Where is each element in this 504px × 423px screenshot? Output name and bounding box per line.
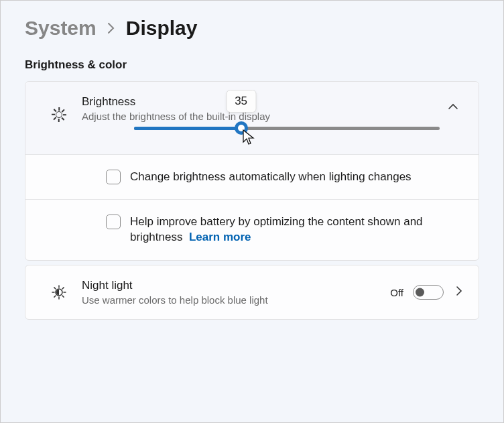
chevron-up-icon[interactable] bbox=[441, 94, 465, 110]
sun-icon bbox=[52, 107, 66, 122]
chevron-right-icon[interactable] bbox=[453, 286, 465, 299]
night-light-toggle[interactable] bbox=[413, 285, 444, 300]
section-heading-brightness-color: Brightness & color bbox=[25, 58, 479, 72]
optimize-brightness-text: Help improve battery by optimizing the c… bbox=[130, 215, 423, 243]
brightness-content: Brightness Adjust the brightness of the … bbox=[82, 94, 441, 123]
night-light-icon bbox=[51, 284, 67, 300]
night-light-title: Night light bbox=[82, 279, 390, 292]
brightness-value-tooltip: 35 bbox=[226, 90, 256, 113]
brightness-icon-col bbox=[36, 94, 82, 122]
optimize-brightness-checkbox[interactable] bbox=[106, 215, 121, 229]
brightness-description: Adjust the brightness of the built-in di… bbox=[82, 110, 441, 123]
night-light-description: Use warmer colors to help block blue lig… bbox=[82, 294, 390, 307]
slider-thumb[interactable] bbox=[235, 121, 248, 135]
night-light-card[interactable]: Night light Use warmer colors to help bl… bbox=[25, 265, 479, 320]
chevron-right-icon bbox=[107, 18, 115, 39]
breadcrumb-system[interactable]: System bbox=[25, 17, 97, 40]
night-light-controls: Off bbox=[390, 285, 465, 300]
svg-line-6 bbox=[62, 296, 64, 297]
breadcrumb-display: Display bbox=[126, 17, 198, 40]
breadcrumb: System Display bbox=[25, 17, 479, 40]
auto-brightness-row[interactable]: Change brightness automatically when lig… bbox=[25, 154, 479, 200]
brightness-title: Brightness bbox=[82, 95, 441, 109]
brightness-row[interactable]: Brightness Adjust the brightness of the … bbox=[25, 82, 479, 154]
learn-more-link[interactable]: Learn more bbox=[189, 231, 251, 243]
slider-fill bbox=[134, 127, 241, 130]
svg-line-8 bbox=[62, 288, 64, 289]
slider-track[interactable] bbox=[134, 127, 440, 130]
svg-line-5 bbox=[54, 288, 56, 289]
brightness-card-group: Brightness Adjust the brightness of the … bbox=[25, 81, 479, 261]
auto-brightness-checkbox[interactable] bbox=[106, 170, 121, 184]
night-light-state-label: Off bbox=[390, 287, 403, 298]
optimize-brightness-row[interactable]: Help improve battery by optimizing the c… bbox=[25, 199, 479, 260]
svg-line-7 bbox=[54, 296, 56, 297]
night-light-icon-col bbox=[36, 284, 82, 300]
optimize-brightness-label: Help improve battery by optimizing the c… bbox=[130, 215, 465, 245]
night-light-content: Night light Use warmer colors to help bl… bbox=[82, 278, 390, 307]
brightness-slider[interactable]: 35 bbox=[134, 127, 440, 130]
night-light-row[interactable]: Night light Use warmer colors to help bl… bbox=[25, 265, 479, 319]
auto-brightness-label: Change brightness automatically when lig… bbox=[130, 170, 412, 185]
